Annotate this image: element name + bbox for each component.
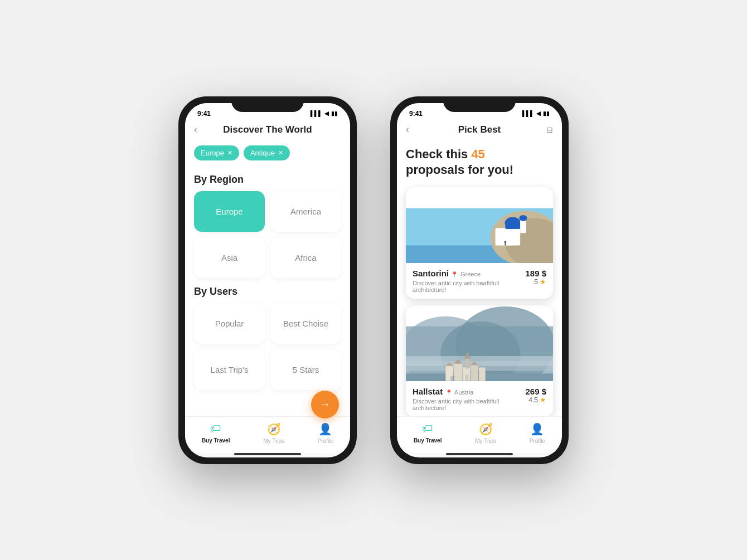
profile-icon: 👤 [318, 422, 332, 436]
hallstat-name-loc: Hallstat 📍 Austria [413, 387, 473, 397]
tag-antique-label: Antique [250, 149, 275, 157]
notch-2 [443, 96, 516, 112]
svg-rect-20 [454, 363, 463, 381]
nav-my-trips-2[interactable]: 🧭 My Trips [475, 422, 496, 444]
santorini-desc: Discover antic city with beaftifull arch… [413, 280, 534, 293]
screen-content-2: Check this 45 proposals for you! [397, 140, 562, 416]
screen-2: 9:41 ▌▌▌ ◀ ▮▮ ‹ Pick Best ⊟ Check this 4… [397, 103, 562, 457]
wifi-icon-2: ◀ [536, 110, 541, 116]
profile-label: Profile [318, 438, 333, 444]
popular-label: Popular [215, 319, 244, 328]
status-icons-2: ▌▌▌ ◀ ▮▮ [522, 110, 550, 116]
signal-icon-2: ▌▌▌ [522, 110, 534, 116]
tag-antique-close[interactable]: ✕ [278, 149, 283, 157]
santorini-price: 189 $ [525, 269, 546, 278]
time-1: 9:41 [197, 110, 211, 118]
status-icons-1: ▌▌▌ ◀ ▮▮ [311, 110, 338, 116]
users-card-lasttrip[interactable]: Last Trip's [194, 349, 265, 390]
proposals-prefix: Check this [406, 147, 471, 161]
svg-rect-22 [470, 365, 478, 381]
bottom-nav-1: 🏷 Buy Travel 🧭 My Trips 👤 Profile [185, 416, 350, 453]
santorini-card[interactable]: ⋮ Santorini 📍 Greece 189 $ Discover anti… [406, 187, 553, 299]
santorini-rating: 5 ★ [534, 277, 546, 286]
region-grid: Europe America Asia Africa [185, 191, 350, 278]
hallstat-price: 269 $ [525, 387, 546, 396]
buy-travel-icon: 🏷 [210, 422, 221, 435]
buy-travel-icon-2: 🏷 [422, 422, 433, 435]
users-card-best[interactable]: Best Choise [270, 303, 341, 344]
back-button-2[interactable]: ‹ [406, 124, 409, 135]
santorini-menu[interactable]: ⋮ [539, 193, 547, 203]
my-trips-icon: 🧭 [267, 422, 281, 436]
time-2: 9:41 [409, 110, 423, 118]
region-asia-label: Asia [221, 253, 237, 262]
buy-travel-label: Buy Travel [202, 437, 230, 444]
nav-my-trips[interactable]: 🧭 My Trips [263, 422, 284, 444]
battery-icon-2: ▮▮ [543, 110, 550, 116]
santorini-top-row: Santorini 📍 Greece 189 $ [413, 269, 546, 279]
screen-1: 9:41 ▌▌▌ ◀ ▮▮ ‹ Discover The World Europ… [185, 103, 350, 457]
notch-1 [231, 96, 304, 112]
nav-buy-travel[interactable]: 🏷 Buy Travel [202, 422, 230, 444]
region-card-america[interactable]: America [270, 191, 341, 232]
hallstat-menu[interactable]: ⋮ [539, 311, 547, 322]
region-card-europe[interactable]: Europe [194, 191, 265, 232]
tag-antique[interactable]: Antique ✕ [244, 145, 290, 160]
svg-rect-11 [505, 243, 506, 245]
fab-next[interactable]: → [311, 391, 339, 418]
santorini-name-loc: Santorini 📍 Greece [413, 269, 481, 279]
hallstat-star-icon: ★ [540, 396, 546, 404]
page-title-2: Pick Best [458, 124, 501, 135]
card-container: ⋮ Santorini 📍 Greece 189 $ Discover anti… [397, 183, 562, 416]
page-title-1: Discover The World [223, 124, 312, 135]
nav-profile-2[interactable]: 👤 Profile [530, 422, 545, 444]
proposals-suffix: proposals for you! [406, 163, 513, 177]
screen-content-1: Europe ✕ Antique ✕ By Region Europe Amer… [185, 140, 350, 416]
proposals-text: Check this 45 proposals for you! [406, 147, 553, 178]
proposals-header: Check this 45 proposals for you! [397, 140, 562, 183]
hallstat-name: Hallstat [413, 387, 443, 396]
top-nav-2: ‹ Pick Best ⊟ [397, 120, 562, 140]
hallstat-top-row: Hallstat 📍 Austria 269 $ [413, 387, 546, 397]
tags-row: Europe ✕ Antique ✕ [185, 140, 350, 166]
users-card-popular[interactable]: Popular [194, 303, 265, 344]
region-europe-label: Europe [216, 207, 242, 216]
home-indicator-1 [234, 453, 301, 455]
by-region-title: By Region [185, 166, 350, 191]
hallstat-card[interactable]: ⋮ Hallstat 📍 Austria 269 $ Discover anti… [406, 305, 553, 416]
hallstat-location: Austria [454, 389, 473, 396]
nav-profile[interactable]: 👤 Profile [318, 422, 333, 444]
by-users-title: By Users [185, 278, 350, 303]
lasttrip-label: Last Trip's [211, 365, 249, 374]
nav-buy-travel-2[interactable]: 🏷 Buy Travel [414, 422, 442, 444]
top-nav-1: ‹ Discover The World [185, 120, 350, 140]
region-card-africa[interactable]: Africa [270, 237, 341, 278]
my-trips-icon-2: 🧭 [479, 422, 493, 436]
profile-icon-2: 👤 [530, 422, 544, 436]
back-button-1[interactable]: ‹ [194, 124, 197, 135]
my-trips-label-2: My Trips [475, 438, 496, 444]
svg-point-9 [519, 215, 527, 221]
tag-europe-label: Europe [201, 149, 224, 157]
tag-europe-close[interactable]: ✕ [227, 149, 232, 157]
hallstat-rating: 4.5 ★ [528, 396, 546, 404]
users-grid: Popular Best Choise Last Trip's 5 Stars [185, 303, 350, 390]
santorini-rating-value: 5 [534, 278, 538, 286]
best-choise-label: Best Choise [283, 319, 328, 328]
profile-label-2: Profile [530, 438, 545, 444]
svg-rect-23 [479, 367, 486, 381]
hallstat-rating-value: 4.5 [528, 396, 538, 404]
filter-button[interactable]: ⊟ [546, 125, 553, 134]
signal-icon: ▌▌▌ [311, 110, 322, 116]
users-card-5stars[interactable]: 5 Stars [270, 349, 341, 390]
santorini-pin-icon: 📍 [451, 271, 458, 277]
svg-point-10 [505, 241, 507, 243]
bottom-nav-2: 🏷 Buy Travel 🧭 My Trips 👤 Profile [397, 416, 562, 453]
santorini-info: Santorini 📍 Greece 189 $ Discover antic … [406, 263, 553, 299]
battery-icon: ▮▮ [331, 110, 338, 116]
wifi-icon: ◀ [324, 110, 329, 116]
hallstat-desc: Discover antic city with beaftifull arch… [413, 398, 528, 411]
buy-travel-label-2: Buy Travel [414, 437, 442, 444]
region-card-asia[interactable]: Asia [194, 237, 265, 278]
tag-europe[interactable]: Europe ✕ [194, 145, 239, 160]
